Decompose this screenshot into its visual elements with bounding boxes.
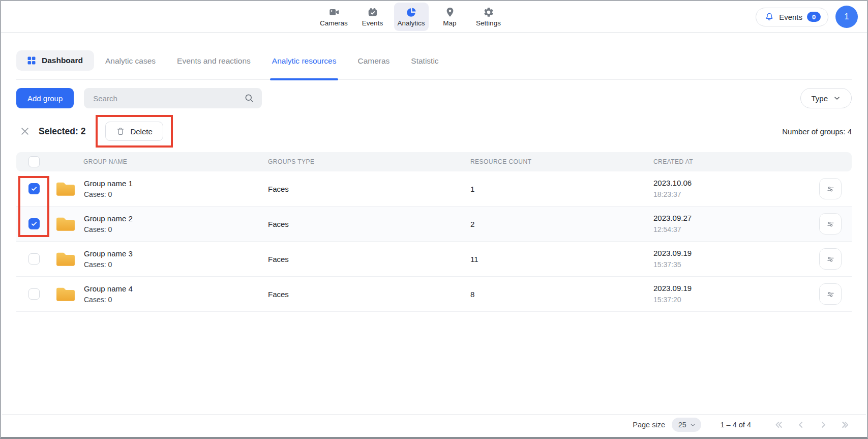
group-name[interactable]: Group name 4 [84,283,133,295]
groups-table: GROUP NAME GROUPS TYPE RESOURCE COUNT CR… [16,152,852,312]
app-window: Cameras Events Analytics Map [0,0,868,439]
group-name[interactable]: Group name 3 [84,248,133,259]
row-checkbox[interactable] [28,218,40,229]
folder-icon [56,216,75,231]
nav-label: Map [443,19,456,27]
nav-label: Settings [476,19,501,27]
sliders-icon [826,289,835,299]
delete-button[interactable]: Delete [105,122,163,141]
group-name[interactable]: Group name 1 [84,178,133,189]
nav-item-settings[interactable]: Settings [471,3,506,31]
row-settings-button[interactable] [819,213,842,235]
column-header-group-name: GROUP NAME [52,158,250,165]
delete-annotation-box: Delete [96,115,172,148]
created-date: 2023.09.27 [653,213,812,224]
folder-icon [56,286,75,302]
page-size-select[interactable]: 25 [672,418,701,432]
created-date: 2023.10.06 [653,178,812,189]
clear-selection-icon[interactable] [20,126,30,136]
row-checkbox[interactable] [28,253,40,265]
column-header-resource-count: RESOURCE COUNT [453,158,636,165]
toolbar: Add group Type [16,88,852,108]
folder-icon [56,181,75,196]
search-input[interactable] [84,88,262,108]
row-settings-button[interactable] [819,283,842,305]
resource-count: 8 [453,290,636,299]
nav-item-map[interactable]: Map [433,3,467,31]
group-type: Faces [250,290,453,299]
last-page-button[interactable] [840,419,852,431]
events-button-label: Events [779,13,802,21]
resource-count: 2 [453,220,636,228]
group-cases: Cases: 0 [84,259,133,270]
tab-statistic[interactable]: Statistic [411,49,438,79]
nav-item-events[interactable]: Events [355,3,390,31]
tab-cameras[interactable]: Cameras [357,49,390,79]
delete-button-label: Delete [130,127,152,136]
table-row-group-3: Group name 3 Cases: 0 Faces 11 2023.09.1… [16,242,852,277]
group-cases: Cases: 0 [84,224,133,235]
nav-item-cameras[interactable]: Cameras [317,3,351,31]
type-filter-label: Type [811,94,828,103]
chevron-down-icon [690,422,696,428]
column-header-created-at: CREATED AT [636,158,812,165]
table-body: Group name 1 Cases: 0 Faces 1 2023.10.06… [16,171,852,312]
dashboard-label: Dashboard [42,56,83,65]
bell-icon [764,12,774,22]
main-navigation: Cameras Events Analytics Map [317,3,506,31]
row-checkbox[interactable] [28,183,40,194]
group-type: Faces [250,255,453,264]
table-header-row: GROUP NAME GROUPS TYPE RESOURCE COUNT CR… [16,152,852,171]
add-group-button[interactable]: Add group [16,88,74,108]
tab-analytic-cases[interactable]: Analytic cases [105,49,156,79]
pie-chart-icon [406,7,417,18]
first-page-button[interactable] [772,419,785,431]
row-settings-button[interactable] [819,248,842,270]
group-name[interactable]: Group name 2 [84,213,133,224]
group-cases: Cases: 0 [84,189,133,199]
chevron-down-icon [833,94,841,102]
selection-row: Selected: 2 Delete Number of groups: 4 [16,114,852,148]
page-size-label: Page size [633,421,665,429]
trash-icon [116,127,125,136]
created-date: 2023.09.19 [653,248,812,259]
pagination-bar: Page size 25 1 – 4 of 4 [2,414,866,435]
created-time: 15:37:35 [653,259,812,270]
pagination-range-label: 1 – 4 of 4 [721,421,751,429]
table-row-group-2: Group name 2 Cases: 0 Faces 2 2023.09.27… [16,207,852,242]
created-time: 18:23:37 [653,189,812,200]
type-filter-button[interactable]: Type [800,88,852,108]
sliders-icon [826,184,835,194]
user-avatar[interactable]: 1 [835,6,858,28]
dashboard-button[interactable]: Dashboard [16,50,94,71]
topbar-right: Events 0 1 [756,1,858,33]
table-row-group-4: Group name 4 Cases: 0 Faces 8 2023.09.19… [16,277,852,312]
next-page-button[interactable] [817,419,829,431]
previous-page-button[interactable] [795,419,807,431]
column-header-groups-type: GROUPS TYPE [250,158,453,165]
folder-icon [56,251,75,267]
nav-label: Cameras [320,19,348,27]
resource-count: 11 [453,255,636,264]
page-size-control: Page size 25 [633,418,701,432]
select-all-checkbox[interactable] [28,156,40,167]
nav-item-analytics[interactable]: Analytics [394,3,429,31]
tab-events-and-reactions[interactable]: Events and reactions [177,49,251,79]
gear-icon [483,7,494,18]
row-checkbox[interactable] [28,288,40,300]
sliders-icon [826,254,835,264]
location-pin-icon [444,7,456,18]
events-notifications-button[interactable]: Events 0 [756,8,828,26]
tab-analytic-resources[interactable]: Analytic resources [272,49,337,79]
resource-count: 1 [453,185,636,193]
search-box [84,88,262,108]
created-date: 2023.09.19 [653,283,812,295]
created-time: 12:54:37 [653,224,812,235]
sliders-icon [826,219,835,229]
group-cases: Cases: 0 [84,295,133,305]
top-bar: Cameras Events Analytics Map [1,1,867,33]
nav-label: Events [362,19,383,27]
number-of-groups-label: Number of groups: 4 [782,127,852,136]
row-settings-button[interactable] [819,178,842,199]
group-type: Faces [250,220,453,228]
